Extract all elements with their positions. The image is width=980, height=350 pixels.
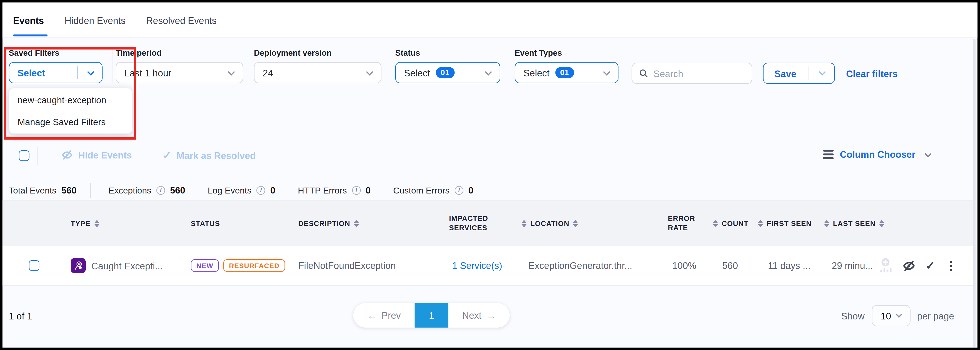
search-input[interactable] — [654, 68, 741, 78]
resolve-event-icon[interactable]: ✓ — [926, 259, 935, 272]
type-cell: Caught Excepti... — [71, 258, 163, 273]
stat-label: Exceptions — [108, 185, 151, 195]
info-icon[interactable]: i — [256, 186, 265, 195]
deployment-version-select[interactable]: 24 — [254, 62, 382, 83]
sort-icon[interactable] — [522, 220, 527, 227]
page-size-value: 10 — [881, 310, 891, 321]
deployment-version-group: Deployment version 24 — [254, 48, 382, 83]
sort-icon[interactable] — [758, 220, 763, 227]
column-label: LAST SEEN — [833, 220, 876, 227]
stat-custom-errors: Custom Errors i 0 — [393, 185, 473, 195]
page-size-area: Show 10 per page — [841, 305, 954, 326]
deployment-version-label: Deployment version — [254, 48, 382, 58]
time-period-select[interactable]: Last 1 hour — [116, 62, 243, 83]
stat-log-events: Log Events i 0 — [208, 185, 275, 195]
column-label: FIRST SEEN — [767, 220, 811, 227]
tab-hidden-events[interactable]: Hidden Events — [64, 2, 126, 37]
sort-icon[interactable] — [824, 220, 829, 227]
left-arrow-icon: ← — [367, 310, 377, 321]
next-page-button[interactable]: Next → — [449, 303, 510, 328]
stat-total-events: Total Events 560 — [9, 185, 77, 195]
event-types-label: Event Types — [515, 48, 619, 58]
save-button-label: Save — [764, 68, 808, 78]
eye-off-icon — [61, 149, 73, 161]
save-button[interactable]: Save — [763, 62, 835, 84]
save-menu-chevron-icon[interactable] — [819, 69, 826, 76]
show-label: Show — [841, 310, 865, 321]
saved-filters-value: Select — [18, 67, 45, 78]
column-label: STATUS — [191, 220, 220, 227]
saved-filters-menu: new-caught-exception Manage Saved Filter… — [9, 88, 133, 134]
status-badge-resurfaced: RESURFACED — [223, 259, 285, 272]
sort-icon[interactable] — [354, 220, 359, 227]
menu-item-manage-saved-filters[interactable]: Manage Saved Filters — [10, 111, 132, 133]
select-all-checkbox[interactable] — [19, 150, 29, 161]
status-count-badge: 01 — [436, 67, 455, 78]
row-checkbox[interactable] — [29, 260, 40, 271]
event-types-group: Event Types Select 01 — [515, 48, 619, 83]
column-first-seen: FIRST SEEN — [758, 220, 812, 227]
next-label: Next — [462, 310, 481, 321]
stat-value: 0 — [366, 185, 371, 195]
status-cell: NEW RESURFACED — [191, 259, 285, 272]
sort-icon[interactable] — [573, 220, 578, 227]
tab-resolved-events[interactable]: Resolved Events — [146, 2, 216, 37]
column-status: STATUS — [191, 220, 220, 227]
saved-filters-label: Saved Filters — [9, 48, 103, 58]
column-description: DESCRIPTION — [298, 220, 359, 227]
current-page-button[interactable]: 1 — [415, 303, 449, 328]
saved-filters-group: Saved Filters Select — [9, 48, 103, 83]
prev-label: Prev — [382, 310, 401, 321]
sort-icon[interactable] — [879, 220, 884, 227]
sort-icon[interactable] — [94, 220, 99, 227]
stat-value: 0 — [468, 185, 474, 195]
chevron-down-icon — [896, 312, 902, 318]
event-types-count-badge: 01 — [555, 67, 574, 78]
tab-bar: Events Hidden Events Resolved Events — [2, 2, 977, 38]
table-header: TYPE STATUS DESCRIPTION IMPACTED SERVICE… — [2, 200, 973, 246]
hide-events-button[interactable]: Hide Events — [61, 149, 132, 161]
add-monitor-icon[interactable] — [878, 257, 892, 273]
hide-event-icon[interactable] — [902, 259, 916, 272]
deployment-version-value: 24 — [262, 67, 273, 78]
search-box — [632, 62, 752, 84]
screenshot-frame: Events Hidden Events Resolved Events Sav… — [0, 0, 980, 350]
info-icon[interactable]: i — [455, 186, 463, 195]
hamburger-icon — [823, 150, 834, 159]
kebab-menu-icon[interactable]: ⋮ — [945, 258, 957, 273]
stat-value: 0 — [270, 185, 275, 195]
description-cell: FileNotFoundException — [298, 260, 396, 271]
pager: ← Prev 1 Next → — [353, 303, 510, 328]
sort-icon[interactable] — [713, 220, 718, 227]
filter-divider — [113, 48, 113, 83]
tab-events-label: Events — [13, 15, 44, 26]
impacted-services-link[interactable]: 1 Service(s) — [452, 260, 502, 271]
stat-value: 560 — [170, 185, 185, 195]
info-icon[interactable]: i — [352, 186, 361, 195]
mark-as-resolved-button[interactable]: ✓ Mark as Resolved — [163, 149, 256, 162]
page-size-select[interactable]: 10 — [872, 305, 910, 326]
tab-hidden-events-label: Hidden Events — [64, 15, 126, 26]
event-types-select[interactable]: Select 01 — [515, 62, 619, 83]
column-error-rate: ERROR RATE — [668, 213, 703, 233]
chevron-down-icon — [603, 69, 610, 76]
column-label: LOCATION — [530, 220, 570, 227]
time-period-group: Time period Last 1 hour — [116, 48, 243, 83]
info-icon[interactable]: i — [156, 186, 165, 195]
search-group — [632, 62, 752, 84]
column-location: LOCATION — [522, 220, 578, 227]
events-page: Events Hidden Events Resolved Events Sav… — [2, 2, 977, 348]
column-chooser-button[interactable]: Column Chooser — [823, 149, 931, 160]
chevron-down-icon — [87, 69, 94, 76]
column-label: ERROR RATE — [668, 213, 703, 233]
scrollbar[interactable] — [973, 39, 975, 348]
table-row[interactable]: Caught Excepti... NEW RESURFACED FileNot… — [2, 246, 973, 286]
tab-events[interactable]: Events — [13, 2, 44, 37]
status-select[interactable]: Select 01 — [395, 62, 500, 83]
right-arrow-icon: → — [487, 310, 496, 321]
hide-events-label: Hide Events — [78, 150, 132, 160]
clear-filters-button[interactable]: Clear filters — [846, 62, 898, 84]
menu-item-saved-filter[interactable]: new-caught-exception — [10, 89, 132, 111]
prev-page-button[interactable]: ← Prev — [353, 303, 415, 328]
saved-filters-select[interactable]: Select — [9, 62, 103, 83]
